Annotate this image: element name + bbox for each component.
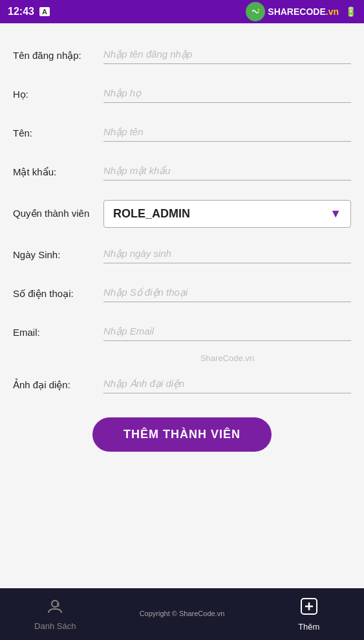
add-icon [300,597,318,619]
input-wrap-lastname [103,86,351,103]
input-wrap-avatar [103,377,351,393]
input-wrap-dob [103,247,351,263]
input-email[interactable] [103,324,351,338]
submit-button-wrap: THÊM THÀNH VIÊN [13,404,351,458]
nav-label-list: Danh Sách [34,621,76,631]
label-phone: Số điện thoại: [13,287,103,300]
nav-label-add: Thêm [298,622,319,632]
battery-icon: 🔋 [345,6,356,17]
field-username: Tên đăng nhập: [13,36,351,75]
field-lastname: Họ: [13,75,351,114]
sharecode-logo: SHARECODE.vn 🔋 [246,2,356,21]
input-wrap-email [103,324,351,341]
nav-item-list[interactable]: Danh Sách [29,598,81,631]
input-username[interactable] [103,47,351,61]
role-dropdown[interactable]: ROLE_ADMIN ▼ [103,200,351,228]
list-icon [47,598,63,619]
role-value: ROLE_ADMIN [113,207,190,221]
input-wrap-password [103,164,351,181]
nav-copyright: Copyright © ShareCode.vn [140,609,225,619]
field-password: Mật khẩu: [13,153,351,192]
copyright-text: Copyright © ShareCode.vn [140,609,225,619]
svg-point-1 [258,9,260,11]
label-role: Quyền thành viên [13,207,103,220]
field-firstname: Tên: [13,114,351,153]
field-avatar: Ảnh đại diện: [13,366,351,404]
field-phone: Số điện thoại: [13,274,351,313]
label-firstname: Tên: [13,127,103,140]
submit-button[interactable]: THÊM THÀNH VIÊN [92,417,272,452]
status-bar: 12:43 A SHARECODE.vn 🔋 [0,0,364,23]
field-email: Email: [13,313,351,352]
a-badge: A [39,7,50,16]
input-wrap-phone [103,285,351,302]
input-phone[interactable] [103,285,351,299]
input-wrap-username [103,47,351,64]
field-role: Quyền thành viên ROLE_ADMIN ▼ [13,192,351,236]
label-lastname: Họ: [13,88,103,101]
chevron-down-icon: ▼ [330,207,341,221]
input-firstname[interactable] [103,125,351,138]
logo-text: SHARECODE.vn [268,6,339,17]
watermark-text: ShareCode.vn [13,353,351,363]
input-lastname[interactable] [103,86,351,100]
input-wrap-firstname [103,125,351,142]
status-time: 12:43 [8,6,34,17]
input-avatar[interactable] [103,377,351,390]
nav-item-add[interactable]: Thêm [283,597,335,632]
input-dob[interactable] [103,247,351,260]
field-dob: Ngày Sinh: [13,236,351,274]
label-dob: Ngày Sinh: [13,248,103,261]
label-username: Tên đăng nhập: [13,49,103,62]
main-content: Tên đăng nhập: Họ: Tên: Mật khẩu: Quyền … [0,23,364,588]
bottom-nav: Danh Sách Copyright © ShareCode.vn Thêm [0,588,364,640]
logo-icon [246,2,265,21]
input-password[interactable] [103,164,351,177]
label-email: Email: [13,326,103,339]
label-avatar: Ảnh đại diện: [13,379,103,392]
label-password: Mật khẩu: [13,166,103,179]
